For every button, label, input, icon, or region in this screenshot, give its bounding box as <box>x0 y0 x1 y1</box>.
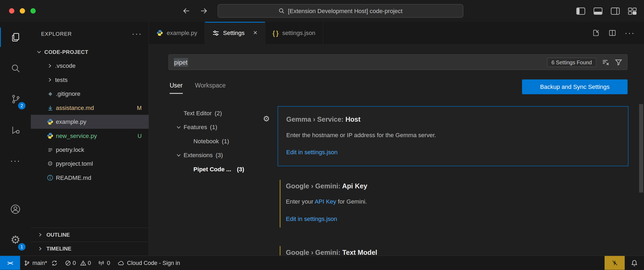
search-activity-button[interactable] <box>0 53 31 84</box>
toggle-panel-icon[interactable] <box>593 7 602 15</box>
chevron-right-icon <box>46 63 54 69</box>
problems-status-item[interactable]: 0 0 <box>61 256 95 270</box>
lock-file-icon <box>46 147 55 153</box>
chevron-right-icon <box>36 232 44 237</box>
more-views-activity-button[interactable]: ··· <box>0 145 31 176</box>
title-bar: [Extension Development Host] code-projec… <box>0 0 644 22</box>
settings-badge: 1 <box>18 243 26 251</box>
timeline-section-header[interactable]: TIMELINE <box>31 241 149 255</box>
tree-item-pyproject-toml[interactable]: ⚙ pyproject.toml <box>31 157 149 171</box>
tree-item-new-service-py[interactable]: new_service.py U <box>31 129 149 143</box>
remote-indicator[interactable]: >< <box>0 256 20 270</box>
toggle-secondary-sidebar-icon[interactable] <box>611 7 620 15</box>
setting-title: Google › Gemini: Api Key <box>286 181 620 191</box>
tree-item-tests[interactable]: tests <box>31 73 149 87</box>
settings-list: ⚙ Gemma › Service: Host Enter the hostna… <box>278 106 628 270</box>
error-icon <box>65 260 71 266</box>
command-center[interactable]: [Extension Development Host] code-projec… <box>218 4 463 18</box>
search-icon <box>279 8 285 14</box>
git-branch-icon <box>24 260 30 266</box>
close-window-button[interactable] <box>9 8 14 14</box>
tree-root[interactable]: CODE-PROJECT <box>31 45 149 59</box>
setting-gear-icon[interactable]: ⚙ <box>263 114 270 123</box>
tree-item-readme-md[interactable]: README.md <box>31 171 149 185</box>
explorer-title: EXPLORER <box>41 31 72 37</box>
tree-item-assistance-md[interactable]: assistance.md M <box>31 101 149 115</box>
more-actions-icon[interactable]: ··· <box>625 31 635 35</box>
toc-pipet-code[interactable]: Pipet Code ... (3) <box>157 162 274 176</box>
vertical-scrollbar[interactable] <box>639 104 643 193</box>
close-tab-icon[interactable]: × <box>253 29 257 37</box>
explorer-more-actions-icon[interactable]: ··· <box>132 32 142 36</box>
python-file-icon <box>157 30 163 36</box>
cloud-code-status-item[interactable]: Cloud Code - Sign in <box>114 256 184 270</box>
customize-layout-icon[interactable] <box>628 7 637 15</box>
toggle-sidebar-icon[interactable] <box>576 7 585 15</box>
python-file-icon <box>46 133 55 139</box>
chevron-down-icon <box>174 124 184 130</box>
tree-item-poetry-lock[interactable]: poetry.lock <box>31 143 149 157</box>
scope-tab-user[interactable]: User <box>170 82 183 94</box>
accounts-activity-button[interactable] <box>0 194 31 225</box>
edit-in-settings-json-link[interactable]: Edit in settings.json <box>286 216 337 222</box>
settings-search-value: pipet <box>174 58 188 66</box>
tab-example-py[interactable]: example.py <box>149 22 205 44</box>
cloud-icon <box>117 259 124 266</box>
git-file-icon <box>46 91 55 97</box>
setting-google-gemini-api-key[interactable]: Google › Gemini: Api Key Enter your API … <box>278 173 628 232</box>
scm-badge: 2 <box>18 102 26 109</box>
filter-icon[interactable] <box>615 58 622 66</box>
window-controls <box>9 8 36 14</box>
settings-toc: Text Editor (2) Features (1) Notebook (1… <box>157 106 274 176</box>
back-icon[interactable] <box>182 7 190 15</box>
window-title: [Extension Development Host] code-projec… <box>288 8 402 14</box>
chevron-down-icon <box>174 152 184 158</box>
explorer-activity-button[interactable] <box>0 22 31 53</box>
gear-icon: ⚙ <box>10 235 20 246</box>
api-key-link[interactable]: API Key <box>315 198 336 205</box>
minimize-window-button[interactable] <box>20 8 25 14</box>
python-file-icon <box>46 118 55 125</box>
extension-host-status-item[interactable] <box>605 256 625 270</box>
radio-tower-icon <box>98 260 104 266</box>
file-tree: CODE-PROJECT .vscode tests .gitignore as… <box>31 45 149 185</box>
branch-status-item[interactable]: main* <box>20 256 61 270</box>
git-status-badge: M <box>137 105 142 111</box>
backup-sync-settings-button[interactable]: Backup and Sync Settings <box>522 80 627 94</box>
markdown-file-icon <box>46 105 55 111</box>
setting-description: Enter your API Key for Gemini. <box>286 197 620 206</box>
tab-settings[interactable]: Settings × <box>205 22 265 44</box>
ellipsis-icon: ··· <box>10 159 21 163</box>
scope-tab-workspace[interactable]: Workspace <box>195 82 226 94</box>
tree-item-example-py[interactable]: example.py <box>31 115 149 129</box>
split-editor-icon[interactable] <box>608 29 617 37</box>
zoom-window-button[interactable] <box>30 8 36 14</box>
ports-status-item[interactable]: 0 <box>95 256 114 270</box>
settings-found-badge: 6 Settings Found <box>547 57 597 67</box>
lightning-slash-icon <box>611 260 618 266</box>
settings-search-input[interactable]: pipet 6 Settings Found <box>168 54 627 70</box>
settings-sliders-icon <box>213 29 219 36</box>
run-debug-activity-button[interactable] <box>0 114 31 145</box>
settings-activity-button[interactable]: ⚙ 1 <box>0 225 31 256</box>
toc-features[interactable]: Features (1) <box>157 120 274 134</box>
files-icon <box>10 32 21 43</box>
open-settings-json-icon[interactable] <box>592 29 600 37</box>
outline-section-header[interactable]: OUTLINE <box>31 228 149 241</box>
toc-extensions[interactable]: Extensions (3) <box>157 148 274 162</box>
tree-item-gitignore[interactable]: .gitignore <box>31 87 149 101</box>
notifications-bell-item[interactable] <box>625 256 644 270</box>
chevron-right-icon <box>36 246 44 251</box>
setting-gemma-service-host[interactable]: ⚙ Gemma › Service: Host Enter the hostna… <box>278 106 628 166</box>
clear-filters-icon[interactable] <box>602 58 609 66</box>
toc-text-editor[interactable]: Text Editor (2) <box>157 106 274 120</box>
warning-icon <box>80 260 86 266</box>
tab-settings-json[interactable]: { } settings.json <box>265 22 323 44</box>
setting-description: Enter the hostname or IP address for the… <box>286 131 620 139</box>
edit-in-settings-json-link[interactable]: Edit in settings.json <box>286 149 338 156</box>
tree-item-vscode[interactable]: .vscode <box>31 59 149 73</box>
info-file-icon <box>46 174 55 181</box>
source-control-activity-button[interactable]: 2 <box>0 84 31 114</box>
toc-notebook[interactable]: Notebook (1) <box>157 134 274 148</box>
forward-icon[interactable] <box>199 7 208 15</box>
